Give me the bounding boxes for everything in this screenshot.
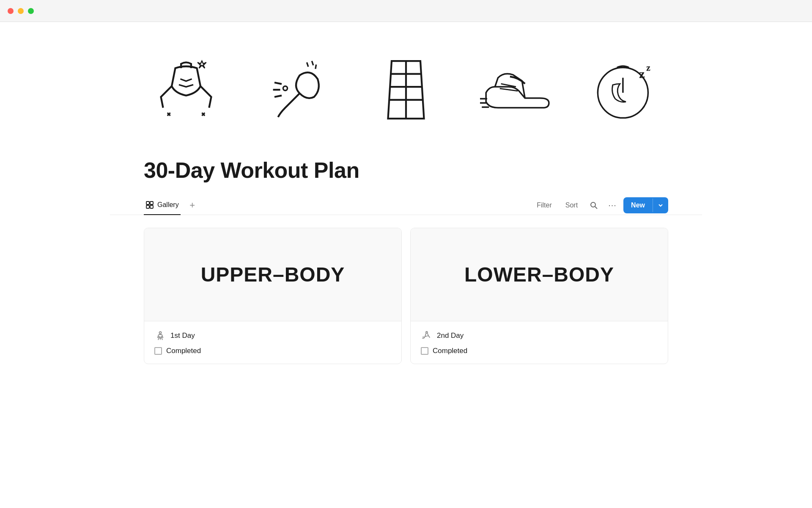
sort-button[interactable]: Sort — [560, 198, 583, 213]
svg-point-10 — [426, 331, 428, 333]
gallery-grid: UPPER–BODY 1st Day C — [110, 215, 702, 377]
card-upper-body-body: 1st Day Completed — [144, 321, 401, 364]
tab-gallery[interactable]: Gallery — [144, 196, 181, 215]
minimize-button[interactable] — [18, 8, 24, 14]
search-icon — [590, 201, 598, 210]
card-upper-body-day-field: 1st Day — [154, 330, 391, 342]
shoulder-icon — [254, 47, 338, 132]
sleep-icon: Z Z — [584, 47, 668, 132]
card-lower-body-checkbox[interactable] — [421, 347, 428, 355]
new-button-chevron[interactable] — [653, 199, 668, 212]
card-upper-body-completed-field[interactable]: Completed — [154, 347, 391, 355]
card-upper-body[interactable]: UPPER–BODY 1st Day C — [144, 228, 402, 364]
svg-rect-6 — [146, 205, 149, 208]
svg-rect-7 — [150, 205, 153, 208]
card-lower-body-completed-field[interactable]: Completed — [421, 347, 658, 355]
chevron-down-icon — [658, 203, 663, 208]
toolbar: Gallery + Filter Sort ··· New — [110, 196, 702, 215]
card-lower-body-title: LOWER–BODY — [464, 263, 614, 286]
filter-button[interactable]: Filter — [532, 198, 557, 213]
card-upper-body-checkbox[interactable] — [154, 347, 162, 355]
card-upper-body-image: UPPER–BODY — [144, 228, 401, 321]
new-button-label: New — [623, 197, 653, 213]
svg-rect-5 — [150, 202, 153, 204]
gallery-view-icon — [145, 201, 154, 209]
svg-point-8 — [591, 202, 595, 207]
card-upper-body-title: UPPER–BODY — [201, 263, 345, 286]
main-content: Z Z 30-Day Workout Plan Gallery + F — [0, 0, 812, 377]
card-lower-body-day-text: 2nd Day — [437, 331, 464, 340]
abs-icon — [364, 47, 448, 132]
upper-body-icon — [144, 47, 228, 132]
upper-body-exercise-icon — [154, 330, 166, 342]
close-button[interactable] — [8, 8, 14, 14]
svg-text:Z: Z — [639, 70, 645, 80]
svg-text:Z: Z — [646, 65, 650, 72]
svg-rect-4 — [146, 202, 149, 204]
maximize-button[interactable] — [28, 8, 34, 14]
card-lower-body-image: LOWER–BODY — [411, 228, 668, 321]
card-lower-body-day-field: 2nd Day — [421, 330, 658, 342]
svg-point-0 — [283, 86, 287, 91]
search-button[interactable] — [586, 198, 601, 213]
card-lower-body-body: 2nd Day Completed — [411, 321, 668, 364]
card-upper-body-completed-label: Completed — [166, 347, 201, 355]
page-title-section: 30-Day Workout Plan — [110, 149, 702, 196]
card-lower-body-completed-label: Completed — [433, 347, 467, 355]
window-chrome — [0, 0, 812, 22]
new-button[interactable]: New — [623, 197, 668, 213]
lower-body-exercise-icon — [421, 330, 433, 342]
svg-point-9 — [159, 332, 162, 334]
add-view-button[interactable]: + — [186, 199, 199, 212]
card-upper-body-day-text: 1st Day — [170, 331, 195, 340]
page-title: 30-Day Workout Plan — [144, 157, 668, 183]
icons-row: Z Z — [110, 22, 702, 149]
gallery-tab-label: Gallery — [157, 201, 179, 209]
card-lower-body[interactable]: LOWER–BODY — [410, 228, 668, 364]
running-icon — [474, 47, 558, 132]
more-options-button[interactable]: ··· — [605, 198, 620, 213]
